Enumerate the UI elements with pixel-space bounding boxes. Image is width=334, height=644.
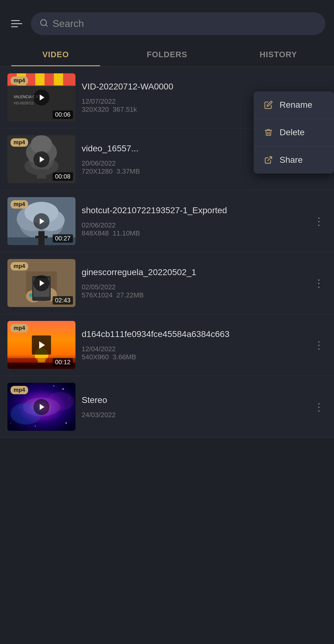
svg-rect-47: [38, 358, 45, 363]
play-button[interactable]: [33, 151, 49, 167]
list-item: VALENCIA C.F. VID-20220712 mp4 00:06 VID…: [0, 67, 334, 128]
video-title: shotcut-20210722193527-1_Exported: [82, 205, 305, 216]
svg-point-54: [54, 386, 54, 387]
svg-text:VID-20220712: VID-20220712: [14, 102, 34, 105]
play-button[interactable]: [32, 335, 51, 355]
more-options-button[interactable]: ⋮: [311, 398, 327, 416]
duration-badge: 00:27: [53, 234, 73, 243]
svg-rect-7: [35, 73, 45, 86]
share-label: Share: [280, 155, 303, 165]
svg-marker-48: [39, 341, 45, 349]
video-thumbnail[interactable]: mp4: [7, 383, 75, 431]
svg-marker-33: [40, 218, 44, 224]
duration-badge: 00:06: [53, 110, 73, 119]
video-info: Stereo 24/03/2022: [82, 395, 305, 419]
video-title: d164cb111fe0934fce45584a6384c663: [82, 329, 305, 340]
video-meta: 02/05/2022576X1024 27.22MB: [82, 283, 305, 299]
svg-marker-42: [40, 280, 44, 286]
format-badge: mp4: [11, 262, 28, 270]
video-title: ginescorreguela_20220502_1: [82, 267, 305, 278]
video-thumbnail[interactable]: VALENCIA C.F. VID-20220712 mp4 00:06: [7, 73, 75, 121]
tab-video[interactable]: VIDEO: [0, 41, 111, 66]
svg-rect-9: [54, 73, 63, 86]
list-item: mp4 00:27 shotcut-20210722193527-1_Expor…: [0, 190, 334, 252]
duration-badge: 00:12: [53, 358, 73, 366]
search-bar[interactable]: [31, 12, 325, 35]
video-title: Stereo: [82, 395, 305, 406]
list-item: mp4 Stereo 24/03/2022 ⋮: [0, 376, 334, 438]
rename-label: Rename: [280, 100, 312, 110]
video-thumbnail[interactable]: mp4 00:27: [7, 197, 75, 245]
duration-badge: 02:43: [53, 296, 73, 305]
play-button[interactable]: [33, 275, 49, 291]
context-menu: Rename Delete: [254, 91, 334, 174]
svg-line-16: [268, 157, 272, 161]
tab-history[interactable]: HISTORY: [223, 41, 334, 66]
duration-badge: 00:08: [53, 172, 73, 181]
svg-line-1: [45, 24, 47, 26]
svg-point-52: [62, 388, 64, 390]
share-icon: [263, 155, 273, 165]
svg-rect-10: [63, 73, 75, 86]
svg-rect-8: [45, 73, 54, 86]
play-button[interactable]: [33, 89, 49, 106]
delete-label: Delete: [280, 128, 305, 137]
video-thumbnail[interactable]: mp4 00:12: [7, 321, 75, 369]
video-list: VALENCIA C.F. VID-20220712 mp4 00:06 VID…: [0, 67, 334, 438]
video-thumbnail[interactable]: mp4 00:08: [7, 135, 75, 183]
svg-rect-32: [35, 236, 48, 238]
more-options-button[interactable]: ⋮: [311, 336, 327, 354]
search-icon: [40, 19, 48, 29]
svg-point-58: [10, 423, 11, 423]
svg-marker-63: [40, 404, 44, 410]
video-meta: 12/04/2022540X960 3.66MB: [82, 345, 305, 361]
play-button[interactable]: [33, 213, 49, 229]
share-menu-item[interactable]: Share: [254, 146, 334, 174]
play-button[interactable]: [33, 399, 49, 415]
list-item: mp4 00:12 d164cb111fe0934fce45584a6384c6…: [0, 314, 334, 376]
menu-button[interactable]: [9, 18, 25, 30]
more-options-button[interactable]: ⋮: [311, 213, 327, 230]
svg-point-57: [66, 422, 67, 424]
video-info: shotcut-20210722193527-1_Exported 02/06/…: [82, 205, 305, 237]
svg-marker-15: [40, 94, 44, 101]
format-badge: mp4: [11, 138, 28, 147]
svg-marker-24: [40, 156, 44, 162]
format-badge: mp4: [11, 76, 28, 85]
tab-bar: VIDEO FOLDERS HISTORY: [0, 41, 334, 67]
list-item: mp4 02:43 ginescorreguela_20220502_1 02/…: [0, 252, 334, 314]
format-badge: mp4: [11, 324, 28, 332]
video-meta: 02/06/2022848X848 11.10MB: [82, 221, 305, 237]
more-options-button[interactable]: ⋮: [311, 274, 327, 292]
video-info: d164cb111fe0934fce45584a6384c663 12/04/2…: [82, 329, 305, 361]
video-info: ginescorreguela_20220502_1 02/05/2022576…: [82, 267, 305, 299]
search-input[interactable]: [53, 18, 317, 29]
header: [0, 0, 334, 41]
video-thumbnail[interactable]: mp4 02:43: [7, 259, 75, 307]
format-badge: mp4: [11, 200, 28, 209]
tab-folders[interactable]: FOLDERS: [111, 41, 223, 66]
video-title: VID-20220712-WA0000: [82, 81, 327, 92]
delete-icon: [263, 128, 273, 137]
svg-point-56: [35, 426, 36, 427]
format-badge: mp4: [11, 386, 28, 394]
rename-menu-item[interactable]: Rename: [254, 91, 334, 119]
video-meta: 24/03/2022: [82, 411, 305, 419]
delete-menu-item[interactable]: Delete: [254, 119, 334, 146]
svg-point-62: [46, 392, 74, 411]
rename-icon: [263, 100, 273, 110]
